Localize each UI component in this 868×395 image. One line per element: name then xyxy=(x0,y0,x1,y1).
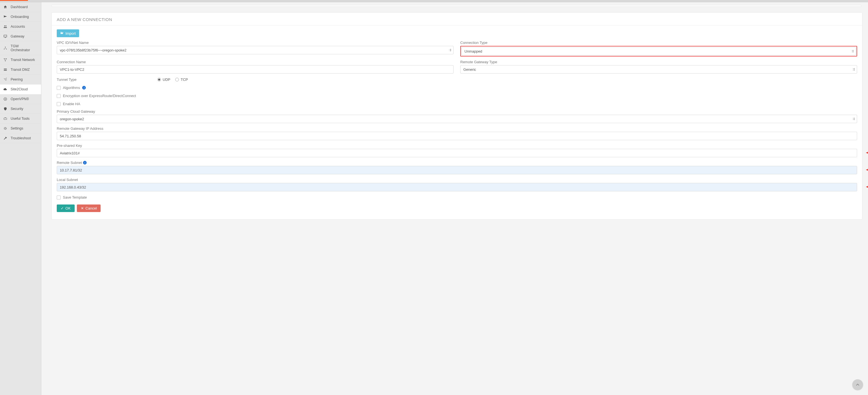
sidebar-item-label: Gateway xyxy=(11,34,24,38)
select-chevrons-icon: ▲▼ xyxy=(450,48,452,52)
ok-button[interactable]: ✓ OK xyxy=(57,204,74,212)
algorithms-checkbox[interactable]: Algorithms i xyxy=(57,86,857,90)
sidebar-item-peering[interactable]: Peering xyxy=(0,75,41,84)
tunnel-udp-radio[interactable]: UDP xyxy=(157,78,170,82)
sidebar-item-transit-dmz[interactable]: Transit DMZ xyxy=(0,65,41,75)
svg-rect-6 xyxy=(4,69,7,69)
main-content: ADD A NEW CONNECTION Import VPC ID/VNet … xyxy=(41,2,868,395)
sidebar-item-label: OpenVPN® xyxy=(11,97,29,101)
remote-subnet-value: 10.17.7.81/32 xyxy=(60,168,82,172)
annotation-arrow-icon xyxy=(863,185,868,189)
encryption-checkbox[interactable]: Encryption over ExpressRoute/DirectConne… xyxy=(57,94,857,98)
sidebar-item-site2cloud[interactable]: Site2Cloud xyxy=(0,84,41,94)
chevron-up-icon xyxy=(855,382,860,387)
radio-selected-icon xyxy=(157,78,161,81)
sidebar-item-label: Site2Cloud xyxy=(11,87,28,91)
scroll-to-top-button[interactable] xyxy=(852,379,863,390)
openvpn-icon xyxy=(3,97,7,101)
select-chevrons-icon: ▲▼ xyxy=(853,117,855,120)
save-template-label: Save Template xyxy=(63,195,87,199)
enable-ha-label: Enable HA xyxy=(63,102,80,106)
gear-icon xyxy=(3,126,7,130)
panel-title: ADD A NEW CONNECTION xyxy=(52,12,862,25)
encryption-label: Encryption over ExpressRoute/DirectConne… xyxy=(63,94,136,98)
remote-subnet-label-text: Remote Subnet xyxy=(57,161,82,165)
pre-shared-key-input[interactable]: Aviatrix101# xyxy=(57,149,857,157)
remote-gw-ip-value: 54.71.250.58 xyxy=(60,134,81,138)
vpc-label: VPC ID/VNet Name xyxy=(57,40,454,45)
svg-point-5 xyxy=(5,61,6,61)
remote-subnet-input[interactable]: 10.17.7.81/32 xyxy=(57,166,857,174)
cancel-label: Cancel xyxy=(86,206,97,210)
remote-gw-type-label: Remote Gateway Type xyxy=(460,60,857,64)
svg-rect-7 xyxy=(4,70,7,70)
conn-type-highlight: Unmapped ▲▼ xyxy=(460,46,857,57)
local-subnet-input[interactable]: 192.168.0.43/32 xyxy=(57,183,857,191)
sidebar-item-accounts[interactable]: Accounts xyxy=(0,22,41,32)
sidebar-item-troubleshoot[interactable]: Troubleshoot xyxy=(0,134,41,143)
home-icon xyxy=(3,5,7,9)
primary-gateway-select[interactable]: oregon-spoke2 ▲▼ xyxy=(57,115,857,123)
udp-label: UDP xyxy=(163,78,170,82)
svg-marker-16 xyxy=(866,186,868,188)
sidebar-item-gateway[interactable]: Gateway xyxy=(0,32,41,41)
remote-gateway-type-select[interactable]: Generic ▲▼ xyxy=(460,65,857,74)
svg-marker-12 xyxy=(866,151,868,154)
sidebar-item-tgw[interactable]: TGW Orchestrator xyxy=(0,41,41,55)
info-icon[interactable]: i xyxy=(82,86,86,89)
select-chevrons-icon: ▲▼ xyxy=(853,68,855,71)
sidebar: Dashboard Onboarding Accounts Gateway TG… xyxy=(0,2,41,395)
remote-subnet-label: Remote Subnet i xyxy=(57,161,857,165)
sidebar-item-label: Transit DMZ xyxy=(11,68,30,72)
info-icon[interactable]: i xyxy=(83,161,87,165)
prev-panel-edge xyxy=(52,5,861,7)
conn-type-value: Unmapped xyxy=(464,49,482,53)
transit-icon xyxy=(3,58,7,62)
local-subnet-value: 192.168.0.43/32 xyxy=(60,185,86,189)
vpc-value: vpc-076f135b8f23b75f6~~oregon-spoke2 xyxy=(60,48,127,52)
sidebar-item-onboarding[interactable]: Onboarding xyxy=(0,12,41,22)
primary-gw-value: oregon-spoke2 xyxy=(60,117,84,121)
tunnel-type-label: Tunnel Type xyxy=(57,78,146,82)
conn-name-value: VPC1-to-VPC2 xyxy=(60,67,84,72)
sidebar-item-label: Settings xyxy=(11,126,23,130)
sidebar-item-security[interactable]: Security xyxy=(0,104,41,114)
dmz-icon xyxy=(3,68,7,72)
check-icon: ✓ xyxy=(61,206,64,210)
psk-label: Pre-shared Key xyxy=(57,143,857,148)
remote-gateway-ip-input[interactable]: 54.71.250.58 xyxy=(57,132,857,140)
sidebar-item-openvpn[interactable]: OpenVPN® xyxy=(0,94,41,104)
annotation-arrow-icon xyxy=(863,151,868,155)
tunnel-tcp-radio[interactable]: TCP xyxy=(175,78,188,82)
sidebar-item-label: Security xyxy=(11,107,23,111)
sidebar-item-transit-network[interactable]: Transit Network xyxy=(0,55,41,65)
cloud-icon xyxy=(3,87,7,91)
save-template-checkbox[interactable]: Save Template xyxy=(57,195,857,199)
conn-name-label: Connection Name xyxy=(57,60,454,64)
sidebar-item-label: Accounts xyxy=(11,25,25,29)
import-label: Import xyxy=(65,31,76,35)
conn-type-label: Connection Type xyxy=(460,40,857,45)
checkbox-icon xyxy=(57,196,61,199)
sidebar-item-useful-tools[interactable]: Useful Tools xyxy=(0,114,41,124)
algorithms-label: Algorithms xyxy=(63,86,80,90)
import-button[interactable]: Import xyxy=(57,29,79,37)
connection-type-select[interactable]: Unmapped ▲▼ xyxy=(461,47,856,55)
psk-value: Aviatrix101# xyxy=(60,151,80,155)
wrench-icon xyxy=(3,136,7,140)
sidebar-item-dashboard[interactable]: Dashboard xyxy=(0,2,41,12)
sidebar-item-label: Onboarding xyxy=(11,15,29,19)
connection-name-input[interactable]: VPC1-to-VPC2 xyxy=(57,65,454,74)
sidebar-item-label: Dashboard xyxy=(11,5,28,9)
sidebar-item-label: Useful Tools xyxy=(11,117,30,120)
local-subnet-label: Local Subnet xyxy=(57,178,857,182)
sidebar-item-settings[interactable]: Settings xyxy=(0,124,41,134)
enable-ha-checkbox[interactable]: Enable HA xyxy=(57,102,857,106)
tools-icon xyxy=(3,117,7,120)
vpc-select[interactable]: vpc-076f135b8f23b75f6~~oregon-spoke2 ▲▼ xyxy=(57,46,454,54)
svg-rect-10 xyxy=(4,118,7,120)
cancel-button[interactable]: ✕ Cancel xyxy=(77,204,101,212)
users-icon xyxy=(3,25,7,29)
checkbox-icon xyxy=(57,94,61,98)
tgw-icon xyxy=(3,46,7,50)
